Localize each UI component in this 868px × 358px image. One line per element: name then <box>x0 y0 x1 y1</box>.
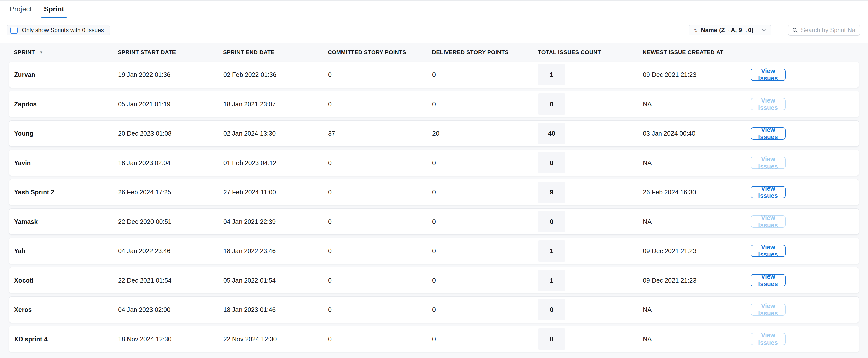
total-issues-badge: 1 <box>538 64 565 85</box>
view-issues-button[interactable]: View Issues <box>751 98 785 110</box>
newest-issue-created: 26 Feb 2024 16:30 <box>643 189 751 196</box>
view-issues-button[interactable]: View Issues <box>751 157 785 169</box>
table-body: Zurvan 19 Jan 2022 01:36 02 Feb 2022 01:… <box>9 61 859 352</box>
committed-story-points: 0 <box>328 71 432 79</box>
view-issues-button[interactable]: View Issues <box>751 186 785 198</box>
delivered-story-points: 0 <box>432 101 538 108</box>
sprint-end-date: 18 Jan 2022 23:46 <box>223 247 328 255</box>
sprint-name: XD sprint 4 <box>14 335 118 343</box>
tab-sprint-label: Sprint <box>44 5 64 13</box>
table-row: Yavin 18 Jan 2023 02:04 01 Feb 2023 04:1… <box>9 149 859 176</box>
sprint-end-date: 02 Jan 2024 13:30 <box>223 130 328 137</box>
committed-story-points: 0 <box>328 306 432 313</box>
newest-issue-created: NA <box>643 335 751 343</box>
sprint-end-date: 22 Nov 2024 12:30 <box>223 335 328 343</box>
table-row: Young 20 Dec 2023 01:08 02 Jan 2024 13:3… <box>9 120 859 146</box>
sprint-end-date: 27 Feb 2024 11:00 <box>223 189 328 196</box>
sprint-start-date: 18 Jan 2023 02:04 <box>118 159 223 167</box>
newest-issue-created: NA <box>643 306 751 313</box>
total-issues-badge: 0 <box>538 299 565 320</box>
delivered-story-points: 0 <box>432 247 538 255</box>
chevron-down-icon <box>761 27 767 33</box>
zero-issues-filter[interactable]: Only show Sprints with 0 Issues <box>7 25 110 35</box>
controls-row: Only show Sprints with 0 Issues ↑↓ Name … <box>7 25 860 35</box>
view-issues-button[interactable]: View Issues <box>751 333 785 345</box>
sprint-end-date: 18 Jan 2021 23:07 <box>223 101 328 108</box>
active-tab-underline <box>41 17 67 18</box>
view-issues-button[interactable]: View Issues <box>751 245 785 257</box>
sort-dropdown[interactable]: ↑↓ Name (Z→A, 9→0) <box>689 25 771 35</box>
total-issues-badge: 0 <box>538 211 565 232</box>
sprint-start-date: 19 Jan 2022 01:36 <box>118 71 223 79</box>
sprint-start-date: 04 Jan 2022 23:46 <box>118 247 223 255</box>
sprint-name: Zapdos <box>14 101 118 108</box>
sprint-end-date: 01 Feb 2023 04:12 <box>223 159 328 167</box>
delivered-story-points: 20 <box>432 130 538 137</box>
tab-project[interactable]: Project <box>7 1 34 18</box>
table-row: Xeros 04 Jan 2023 02:00 18 Jan 2023 01:4… <box>9 297 859 323</box>
table-row: Zurvan 19 Jan 2022 01:36 02 Feb 2022 01:… <box>9 61 859 88</box>
view-issues-button[interactable]: View Issues <box>751 216 785 228</box>
committed-story-points: 0 <box>328 277 432 284</box>
sprint-name: Yah <box>14 247 118 255</box>
sprint-name: Xocotl <box>14 277 118 284</box>
newest-issue-created: 03 Jan 2024 00:40 <box>643 130 751 137</box>
sprint-start-date: 26 Feb 2024 17:25 <box>118 189 223 196</box>
search-icon <box>792 27 801 33</box>
total-issues-badge: 1 <box>538 240 565 261</box>
delivered-story-points: 0 <box>432 335 538 343</box>
tab-sprint[interactable]: Sprint <box>41 1 67 18</box>
committed-story-points: 0 <box>328 101 432 108</box>
view-issues-button[interactable]: View Issues <box>751 127 785 139</box>
table-row: XD sprint 4 18 Nov 2024 12:30 22 Nov 202… <box>9 326 859 352</box>
newest-issue-created: 09 Dec 2021 21:23 <box>643 247 751 255</box>
sort-direction-icon: ▼ <box>39 50 43 54</box>
sprint-end-date: 18 Jan 2023 01:46 <box>223 306 328 313</box>
column-header-end-date: SPRINT END DATE <box>223 49 328 56</box>
tab-project-label: Project <box>10 5 32 13</box>
column-header-start-date: SPRINT START DATE <box>118 49 223 56</box>
sprint-name: Yash Sprint 2 <box>14 189 118 196</box>
delivered-story-points: 0 <box>432 189 538 196</box>
column-header-total-count: TOTAL ISSUES COUNT <box>538 49 643 56</box>
committed-story-points: 0 <box>328 335 432 343</box>
total-issues-badge: 40 <box>538 123 565 144</box>
newest-issue-created: NA <box>643 101 751 108</box>
newest-issue-created: NA <box>643 159 751 167</box>
committed-story-points: 0 <box>328 218 432 225</box>
zero-issues-checkbox[interactable] <box>10 27 18 34</box>
delivered-story-points: 0 <box>432 71 538 79</box>
view-issues-button[interactable]: View Issues <box>751 68 785 81</box>
column-header-sprint[interactable]: SPRINT ▼ <box>14 49 118 56</box>
newest-issue-created: 09 Dec 2021 21:23 <box>643 71 751 79</box>
sprint-start-date: 05 Jan 2021 01:19 <box>118 101 223 108</box>
total-issues-badge: 0 <box>538 328 565 350</box>
newest-issue-created: NA <box>643 218 751 225</box>
sprint-name: Zurvan <box>14 71 118 79</box>
sprint-start-date: 22 Dec 2020 00:51 <box>118 218 223 225</box>
table-header-row: SPRINT ▼ SPRINT START DATE SPRINT END DA… <box>9 43 859 61</box>
table-row: Yah 04 Jan 2022 23:46 18 Jan 2022 23:46 … <box>9 238 859 264</box>
total-issues-badge: 0 <box>538 93 565 115</box>
committed-story-points: 0 <box>328 189 432 196</box>
delivered-story-points: 0 <box>432 306 538 313</box>
committed-story-points: 0 <box>328 159 432 167</box>
table-row: Zapdos 05 Jan 2021 01:19 18 Jan 2021 23:… <box>9 91 859 117</box>
sprint-name: Young <box>14 130 118 137</box>
sprint-start-date: 22 Dec 2021 01:54 <box>118 277 223 284</box>
sprint-table: SPRINT ▼ SPRINT START DATE SPRINT END DA… <box>0 43 868 358</box>
sprint-start-date: 04 Jan 2023 02:00 <box>118 306 223 313</box>
view-issues-button[interactable]: View Issues <box>751 274 785 286</box>
total-issues-badge: 0 <box>538 152 565 173</box>
view-issues-button[interactable]: View Issues <box>751 304 785 316</box>
column-header-delivered: DELIVERED STORY POINTS <box>432 49 538 56</box>
total-issues-badge: 9 <box>538 182 565 203</box>
search-input[interactable] <box>801 27 856 34</box>
committed-story-points: 0 <box>328 247 432 255</box>
zero-issues-label: Only show Sprints with 0 Issues <box>22 27 104 34</box>
delivered-story-points: 0 <box>432 277 538 284</box>
column-header-committed: COMMITTED STORY POINTS <box>328 49 432 56</box>
sprint-end-date: 02 Feb 2022 01:36 <box>223 71 328 79</box>
table-row: Xocotl 22 Dec 2021 01:54 05 Jan 2022 01:… <box>9 267 859 294</box>
sprint-start-date: 18 Nov 2024 12:30 <box>118 335 223 343</box>
